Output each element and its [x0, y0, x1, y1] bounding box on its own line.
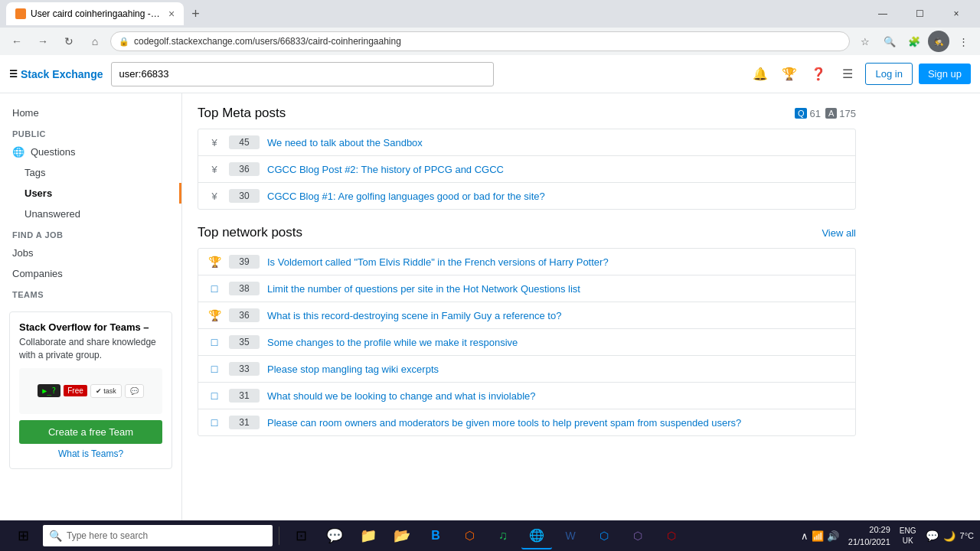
taskbar-search-icon: 🔍 [49, 530, 62, 542]
teams-description: Collaborate and share knowledge with a p… [19, 336, 162, 362]
post-title-link[interactable]: We need to talk about the Sandbox [267, 137, 846, 148]
minimize-button[interactable]: — [865, 2, 900, 25]
what-is-teams-link[interactable]: What is Teams? [19, 448, 162, 459]
sidebar-item-jobs[interactable]: Jobs [0, 243, 181, 263]
main-layout: Home PUBLIC 🌐 Questions Tags Users Unans… [0, 93, 980, 520]
post-type-icon: ¥ [207, 189, 221, 203]
extensions-icon[interactable]: 🧩 [903, 31, 925, 52]
post-title-link[interactable]: Please stop mangling tag wiki excerpts [267, 364, 846, 375]
post-type-icon: 🏆 [207, 255, 221, 269]
meta-posts-header: Top Meta posts Q 61 A 175 [198, 106, 856, 121]
sidebar-item-users[interactable]: Users [0, 183, 181, 204]
globe-icon: 🌐 [12, 146, 24, 158]
sidebar-item-tags[interactable]: Tags [0, 162, 181, 183]
table-row: □ 31 Please can room owners and moderato… [198, 409, 855, 435]
volume-icon[interactable]: 🔊 [827, 530, 839, 542]
taskbar-app-orange[interactable]: ⬡ [454, 522, 485, 549]
post-score: 36 [229, 162, 260, 176]
tab-title: User caird coinheringaahing - Co... [31, 8, 161, 19]
taskbar-app-explorer[interactable]: 📁 [353, 522, 384, 549]
sidebar-item-unanswered[interactable]: Unanswered [0, 204, 181, 224]
post-score: 45 [229, 135, 260, 149]
incognito-button[interactable]: 🕵 [928, 31, 949, 52]
forward-button[interactable]: → [32, 31, 54, 52]
network-posts-title: Top network posts [198, 225, 302, 240]
back-button[interactable]: ← [6, 31, 28, 52]
search-icon[interactable]: 🔍 [879, 31, 900, 52]
post-title-link[interactable]: CGCC Blog #1: Are golfing languages good… [267, 191, 846, 202]
companies-label: Companies [12, 268, 63, 279]
answer-count-icon: A [825, 108, 837, 119]
search-input[interactable] [111, 62, 494, 86]
window-controls: — ☐ × [865, 2, 974, 25]
network-icon[interactable]: 📶 [812, 530, 824, 542]
network-posts-header: Top network posts View all [198, 225, 856, 240]
system-tray: ∧ 📶 🔊 [801, 530, 839, 542]
post-type-icon: □ [207, 282, 221, 295]
site-logo[interactable]: ☰ Stack Exchange [9, 68, 103, 80]
sidebar-section-public: PUBLIC [0, 123, 181, 142]
new-tab-button[interactable]: + [187, 6, 204, 22]
moon-icon[interactable]: 🌙 [943, 530, 956, 542]
taskbar-app-purple[interactable]: ⬡ [622, 522, 653, 549]
browser-tab[interactable]: User caird coinheringaahing - Co... × [6, 2, 184, 25]
view-all-link[interactable]: View all [822, 227, 856, 239]
maximize-button[interactable]: ☐ [902, 2, 937, 25]
tab-close-button[interactable]: × [168, 8, 175, 20]
hamburger-icon[interactable]: ☰ [836, 63, 859, 86]
post-score: 35 [229, 335, 260, 349]
signup-button[interactable]: Sign up [919, 64, 971, 84]
menu-icon[interactable]: ⋮ [952, 31, 974, 52]
post-title-link[interactable]: Please can room owners and moderators be… [267, 417, 846, 429]
login-button[interactable]: Log in [865, 63, 912, 85]
address-text: codegolf.stackexchange.com/users/66833/c… [134, 36, 841, 47]
post-title-link[interactable]: Limit the number of questions per site i… [267, 283, 846, 295]
notification-icon[interactable]: 💬 [926, 530, 939, 542]
post-type-icon: □ [207, 335, 221, 349]
logo-text: Stack [21, 68, 49, 80]
taskbar-app-word[interactable]: W [555, 522, 586, 549]
post-title-link[interactable]: What should we be looking to change and … [267, 390, 846, 402]
create-team-button[interactable]: Create a free Team [19, 420, 162, 444]
post-title-link[interactable]: What is this record-destroying scene in … [267, 310, 846, 321]
taskbar-app-blue[interactable]: B [420, 522, 451, 549]
bookmark-star-icon[interactable]: ☆ [854, 31, 876, 52]
post-type-icon: ¥ [207, 162, 221, 176]
sidebar-item-home[interactable]: Home [0, 103, 181, 123]
achievements-icon[interactable]: 🏆 [778, 63, 801, 86]
taskview-button[interactable]: ⊡ [286, 522, 316, 549]
taskbar-search-box[interactable]: 🔍 Type here to search [43, 525, 273, 546]
post-title-link[interactable]: CGCC Blog Post #2: The history of PPCG a… [267, 164, 846, 175]
taskbar-app-green[interactable]: ♫ [488, 522, 518, 549]
inbox-icon[interactable]: 🔔 [749, 63, 772, 86]
post-score: 30 [229, 189, 260, 203]
taskbar-search-placeholder: Type here to search [67, 530, 148, 541]
users-label: Users [24, 187, 52, 199]
meta-posts-title: Top Meta posts [198, 106, 286, 121]
sidebar-item-companies[interactable]: Companies [0, 263, 181, 284]
taskbar-app-blue2[interactable]: ⬡ [589, 522, 619, 549]
taskbar-app-chrome[interactable]: 🌐 [521, 522, 552, 549]
post-type-icon: 🏆 [207, 308, 221, 322]
table-row: ¥ 30 CGCC Blog #1: Are golfing languages… [198, 183, 855, 209]
window-close-button[interactable]: × [939, 2, 974, 25]
post-score: 38 [229, 282, 260, 295]
taskbar-app-chat[interactable]: 💬 [319, 522, 350, 549]
sidebar-item-questions[interactable]: 🌐 Questions [0, 142, 181, 162]
taskbar-app-red[interactable]: ⬡ [656, 522, 687, 549]
post-title-link[interactable]: Is Voldemort called "Tom Elvis Riddle" i… [267, 256, 846, 268]
taskbar-app-files[interactable]: 📂 [387, 522, 417, 549]
teams-title: Stack Overflow for Teams – [19, 321, 162, 333]
post-title-link[interactable]: Some changes to the profile while we mak… [267, 337, 846, 348]
home-label: Home [12, 107, 39, 119]
jobs-label: Jobs [12, 247, 33, 259]
address-bar[interactable]: 🔒 codegolf.stackexchange.com/users/66833… [110, 31, 850, 51]
start-button[interactable]: ⊞ [6, 522, 40, 549]
help-icon[interactable]: ❓ [807, 63, 830, 86]
home-button[interactable]: ⌂ [84, 31, 106, 52]
question-count: 61 [809, 108, 820, 119]
chevron-up-icon[interactable]: ∧ [801, 530, 808, 542]
taskbar-clock[interactable]: 20:29 21/10/2021 [848, 523, 890, 549]
site-search[interactable] [111, 62, 494, 86]
refresh-button[interactable]: ↻ [58, 31, 80, 52]
